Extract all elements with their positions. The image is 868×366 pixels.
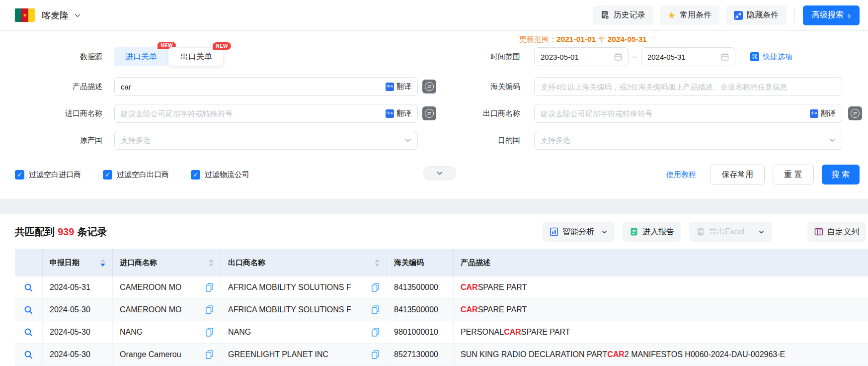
header-exporter[interactable]: 出口商名称	[221, 249, 387, 276]
importer-input[interactable]	[121, 109, 382, 118]
star-icon: ★	[668, 11, 676, 20]
cell-product-desc: CAR SPARE PART	[454, 276, 868, 298]
cell-product-desc: CAR SPARE PART	[454, 299, 868, 321]
synonym-expand-button[interactable]: ⇄	[422, 80, 436, 93]
filter-blank-exporter-checkbox[interactable]: ✓ 过滤空白出口商	[103, 170, 169, 180]
start-date-input[interactable]	[534, 47, 629, 66]
importer-field: 中A 翻译	[114, 104, 418, 123]
data-source-label: 数据源	[15, 52, 114, 62]
cell-hs-code: 8413500000	[387, 276, 454, 298]
tab-import-declarations[interactable]: 进口关单 NEW	[114, 47, 168, 66]
results-table: 申报日期 进口商名称 出口商名称 海关编码 产品描述 2024-05-31CAM…	[15, 249, 868, 366]
collapse-form-button[interactable]	[423, 166, 456, 180]
custom-columns-button[interactable]: 自定义列	[807, 222, 866, 242]
copy-icon[interactable]	[367, 282, 380, 292]
copy-icon[interactable]	[367, 327, 380, 337]
table-row: 2024-05-31CAMEROON MOAFRICA MOBILITY SOL…	[15, 276, 868, 299]
results-summary: 共匹配到939条记录	[15, 225, 107, 239]
results-count: 939	[58, 226, 74, 237]
chevron-down-icon	[404, 137, 411, 144]
exchange-icon: ⇄	[425, 109, 434, 118]
synonym-expand-button[interactable]: ⇄	[848, 106, 862, 120]
sort-icons[interactable]	[100, 259, 105, 267]
copy-icon[interactable]	[367, 305, 380, 315]
copy-icon[interactable]	[201, 327, 214, 337]
collapse-icon	[734, 11, 743, 20]
checkbox-checked-icon: ✓	[191, 170, 200, 180]
time-range-label: 时间范围	[441, 52, 534, 62]
quick-options-button[interactable]: ⌘ 快捷选项	[750, 52, 792, 62]
checkbox-checked-icon: ✓	[103, 170, 112, 180]
synonym-expand-button[interactable]: ⇄	[422, 106, 436, 120]
dest-country-label: 目的国	[441, 136, 534, 145]
tutorial-link[interactable]: 使用教程	[666, 170, 696, 180]
origin-country-select[interactable]: 支持多选	[114, 131, 418, 150]
header-importer[interactable]: 进口商名称	[113, 249, 221, 276]
table-row: 2024-05-30Orange CamerouGREENLIGHT PLANE…	[15, 344, 868, 366]
exchange-icon: ⇄	[851, 109, 860, 118]
cell-exporter: AFRICA MOBILITY SOLUTIONS F	[221, 299, 387, 321]
sort-icons[interactable]	[209, 259, 214, 267]
copy-icon[interactable]	[201, 350, 214, 360]
product-desc-label: 产品描述	[15, 82, 114, 92]
translate-button[interactable]: 中A 翻译	[386, 109, 411, 118]
header-declare-date[interactable]: 申报日期	[43, 249, 113, 276]
save-common-button[interactable]: 保存常用	[710, 165, 765, 184]
update-range-note: 更新范围：2021-01-01 至 2024-05-31	[519, 35, 647, 44]
product-desc-input[interactable]	[121, 83, 382, 91]
smart-analysis-button[interactable]: 智能分析	[543, 222, 615, 242]
search-button[interactable]: 搜 索	[822, 165, 860, 184]
translate-button[interactable]: 中A 翻译	[386, 82, 411, 92]
history-icon	[601, 10, 610, 20]
command-icon: ⌘	[750, 52, 759, 61]
cell-hs-code: 9801000010	[387, 321, 454, 343]
table-header-row: 申报日期 进口商名称 出口商名称 海关编码 产品描述	[15, 249, 868, 276]
row-search-button[interactable]	[15, 321, 43, 343]
report-icon	[630, 227, 638, 236]
row-search-button[interactable]	[15, 344, 43, 366]
export-excel-button[interactable]: 导出Excel	[689, 222, 772, 242]
history-button[interactable]: 历史记录	[593, 5, 653, 25]
tab-export-declarations[interactable]: 出口关单 NEW	[169, 47, 224, 66]
table-row: 2024-05-30NANGNANG9801000010PERSONAL CAR…	[15, 321, 868, 344]
cell-product-desc: PERSONAL CAR SPARE PART	[454, 321, 868, 343]
advanced-search-button[interactable]: 高级搜索 ›	[803, 5, 860, 25]
search-form: 更新范围：2021-01-01 至 2024-05-31 数据源 进口关单 NE…	[0, 31, 868, 199]
chevron-down-icon	[829, 137, 836, 144]
enter-report-button[interactable]: 进入报告	[623, 222, 681, 242]
dest-country-select[interactable]: 支持多选	[534, 131, 842, 150]
export-dropdown-chevron-icon[interactable]	[758, 229, 765, 235]
columns-icon	[814, 227, 823, 236]
hide-conditions-button[interactable]: 隐藏条件	[726, 5, 787, 25]
origin-country-label: 原产国	[15, 136, 114, 145]
row-search-button[interactable]	[15, 299, 43, 321]
header-product-desc: 产品描述	[454, 249, 868, 276]
top-bar: ★ 喀麦隆 历史记录 ★ 常用条件 隐藏条件 高级搜索 ›	[0, 0, 868, 31]
favorites-button[interactable]: ★ 常用条件	[660, 5, 719, 25]
copy-icon[interactable]	[201, 282, 214, 292]
cell-declare-date: 2024-05-30	[43, 344, 113, 366]
hs-code-label: 海关编码	[441, 82, 534, 92]
date-range-separator: –	[632, 52, 637, 61]
bi-chart-icon	[550, 227, 558, 236]
end-date-input[interactable]	[641, 47, 735, 66]
reset-button[interactable]: 重 置	[773, 165, 813, 184]
hs-code-input[interactable]	[541, 83, 836, 91]
exporter-input[interactable]	[541, 109, 806, 118]
results-section: 共匹配到939条记录 智能分析 进入报告	[0, 221, 868, 366]
country-chevron-down-icon[interactable]	[74, 11, 81, 19]
translate-icon: 中A	[386, 109, 394, 118]
sort-icons[interactable]	[375, 259, 380, 267]
cell-hs-code: 8527130000	[387, 344, 454, 366]
filter-blank-importer-checkbox[interactable]: ✓ 过滤空白进口商	[15, 170, 81, 180]
translate-icon: 中A	[810, 109, 818, 118]
row-search-button[interactable]	[15, 276, 43, 298]
chevron-down-icon	[601, 229, 608, 235]
filter-logistics-checkbox[interactable]: ✓ 过滤物流公司	[191, 170, 249, 180]
copy-icon[interactable]	[201, 305, 214, 315]
calendar-icon	[614, 53, 622, 61]
topbar-divider	[794, 8, 795, 22]
copy-icon[interactable]	[367, 350, 380, 360]
translate-button[interactable]: 中A 翻译	[810, 109, 836, 118]
header-detail-column	[15, 249, 43, 276]
